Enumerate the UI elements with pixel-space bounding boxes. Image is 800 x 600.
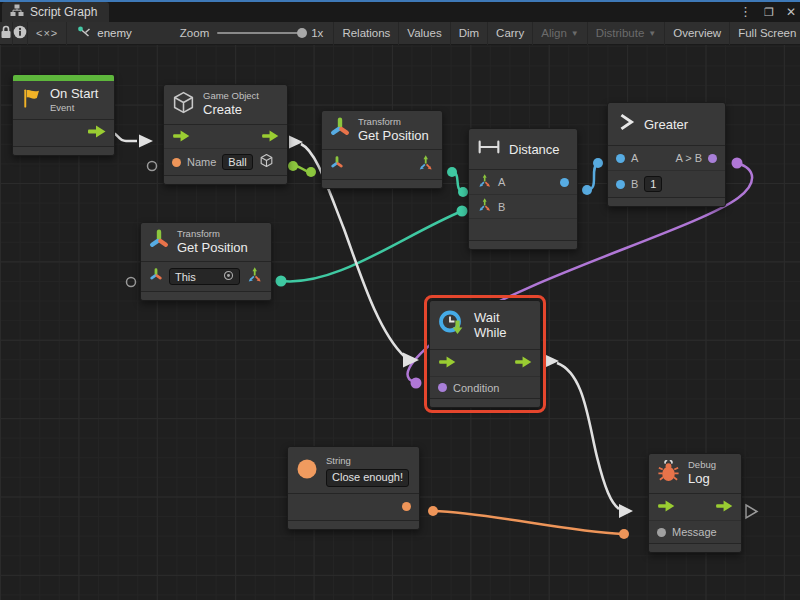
port-label-a: A	[498, 176, 505, 188]
flag-icon	[20, 87, 43, 114]
zoom-value: 1x	[311, 27, 323, 39]
node-distance[interactable]: Distance A	[468, 128, 578, 250]
relations-button[interactable]: Relations	[333, 22, 399, 45]
port-label-b: B	[631, 178, 638, 190]
flow-input-port[interactable]	[438, 354, 456, 372]
transform-input-port[interactable]	[149, 268, 163, 286]
carry-button[interactable]: Carry	[488, 22, 533, 45]
window-menu-button[interactable]: ⋮	[739, 2, 752, 22]
flow-output-port[interactable]	[87, 124, 106, 142]
maximize-button[interactable]: ❐	[764, 2, 774, 22]
node-string-literal[interactable]: String Close enough!	[287, 446, 420, 530]
tab-title: Script Graph	[30, 5, 97, 19]
message-input-port[interactable]	[657, 528, 666, 537]
flow-output-port[interactable]	[514, 354, 532, 372]
port-label: Name	[187, 156, 216, 168]
graph-tab-icon	[10, 3, 24, 21]
string-output-port[interactable]	[402, 502, 411, 511]
b-value-field[interactable]: 1	[644, 176, 662, 192]
tab-bar: Script Graph ⋮ ❐ ✕	[0, 2, 800, 22]
greater-icon	[615, 111, 637, 137]
code-preview-button[interactable]: <×>	[28, 22, 67, 45]
bug-icon	[656, 459, 681, 488]
graph-breadcrumb[interactable]: enemy	[67, 22, 142, 45]
node-title: Create	[203, 102, 259, 118]
bool-input-port[interactable]	[438, 383, 447, 392]
values-button[interactable]: Values	[399, 22, 450, 45]
node-title: Get Position	[358, 128, 429, 144]
lock-button[interactable]	[0, 22, 13, 45]
node-footer	[649, 543, 741, 552]
target-picker-icon[interactable]	[223, 270, 234, 283]
flow-input-port[interactable]	[657, 498, 675, 516]
transform-icon	[148, 229, 170, 255]
full-screen-button[interactable]: Full Screen	[730, 22, 800, 45]
node-footer	[141, 291, 271, 300]
chevron-down-icon: ▼	[648, 29, 656, 38]
zoom-slider-handle[interactable]	[297, 28, 307, 38]
node-debug-log[interactable]: Debug Log Message	[648, 453, 742, 553]
string-input-port[interactable]	[172, 158, 181, 167]
graph-toolbar: <×> enemy Zoom 1x Relations Values Dim C	[0, 22, 800, 45]
node-footer	[13, 146, 114, 155]
node-subtitle: Game Object	[203, 90, 259, 102]
name-field[interactable]: Ball	[222, 154, 252, 170]
vector3-output-port[interactable]	[246, 266, 263, 287]
node-game-object-create[interactable]: Game Object Create Name Ball	[163, 84, 288, 185]
info-button[interactable]	[13, 22, 28, 45]
bool-output-port[interactable]	[708, 154, 717, 163]
output-label: A > B	[675, 152, 702, 164]
port-label-b: B	[498, 201, 505, 213]
node-wait-while[interactable]: Wait While Condition	[429, 300, 541, 408]
code-icon: <×>	[36, 27, 58, 39]
node-get-position-self[interactable]: Transform Get Position This	[140, 222, 272, 301]
node-subtitle: Transform	[177, 228, 248, 240]
info-icon	[13, 25, 27, 41]
overview-button[interactable]: Overview	[665, 22, 730, 45]
dim-button[interactable]: Dim	[451, 22, 488, 45]
align-dropdown[interactable]: Align▼	[533, 22, 588, 45]
flow-output-port[interactable]	[715, 498, 733, 516]
window-top-accent	[0, 0, 800, 2]
string-circle-icon	[295, 457, 319, 485]
node-get-position-top[interactable]: Transform Get Position	[321, 110, 443, 189]
zoom-control: Zoom 1x	[170, 22, 334, 45]
node-title: Greater	[644, 117, 688, 132]
tab-script-graph[interactable]: Script Graph	[2, 2, 109, 22]
distribute-dropdown[interactable]: Distribute▼	[588, 22, 666, 45]
cube-icon	[171, 90, 196, 119]
node-footer	[288, 520, 419, 529]
lock-icon	[0, 25, 12, 41]
node-subtitle: String	[326, 455, 409, 467]
node-footer	[164, 175, 287, 184]
node-footer	[322, 179, 442, 188]
flow-output-port[interactable]	[261, 128, 279, 146]
vector3-input-port-a[interactable]	[477, 173, 492, 192]
wait-clock-icon	[437, 308, 467, 342]
node-footer	[608, 197, 725, 206]
condition-label: Condition	[453, 382, 499, 394]
zoom-label: Zoom	[180, 27, 209, 39]
node-subtitle: Transform	[358, 116, 429, 128]
transform-input-port[interactable]	[330, 156, 344, 174]
gameobject-output-port[interactable]	[259, 153, 274, 172]
node-subtitle: Debug	[688, 459, 716, 471]
node-footer	[469, 240, 577, 249]
vector3-input-port-b[interactable]	[477, 197, 492, 216]
float-output-port[interactable]	[560, 178, 569, 187]
float-input-port-a[interactable]	[616, 154, 625, 163]
node-on-start-event[interactable]: On Start Event	[12, 74, 115, 156]
node-title: Get Position	[177, 240, 248, 256]
target-field[interactable]: This	[169, 268, 240, 285]
zoom-slider[interactable]	[217, 32, 303, 34]
node-title: Distance	[509, 142, 560, 157]
string-value-field[interactable]: Close enough!	[326, 469, 409, 487]
chevron-down-icon: ▼	[571, 29, 579, 38]
node-greater[interactable]: Greater A A > B B 1	[607, 102, 726, 207]
node-footer	[430, 398, 540, 407]
vector3-output-port[interactable]	[417, 154, 434, 175]
float-input-port-b[interactable]	[616, 180, 625, 189]
flow-input-port[interactable]	[172, 128, 190, 146]
graph-asset-icon	[77, 26, 92, 41]
close-button[interactable]: ✕	[786, 2, 796, 22]
